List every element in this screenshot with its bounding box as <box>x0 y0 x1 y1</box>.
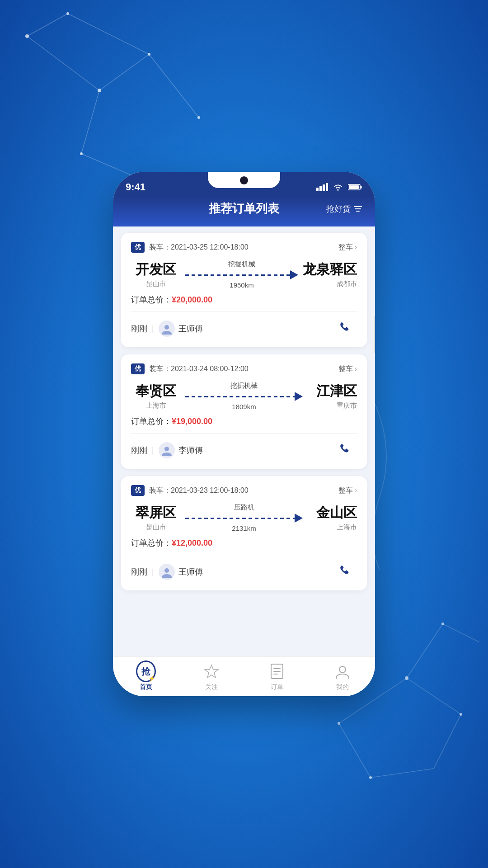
order-card-2[interactable]: 优 装车：2021-03-24 08:00-12:00 整车 › 奉贤区 上海市… <box>121 354 367 469</box>
route-arrow <box>185 392 303 401</box>
card-type: 整车 › <box>338 243 357 252</box>
nav-item-home[interactable]: 抢 ⚡ 首页 <box>113 661 178 691</box>
order-card-3[interactable]: 优 装车：2021-03-23 12:00-18:00 整车 › 翠屏区 昆山市… <box>121 476 367 590</box>
route-destination: 龙泉驿区 成都市 <box>303 260 357 288</box>
svg-line-6 <box>149 54 199 118</box>
card-header-left: 优 装车：2021-03-24 08:00-12:00 <box>131 363 249 374</box>
header-action-button[interactable]: 抢好货 <box>326 203 362 214</box>
card-header: 优 装车：2021-03-25 12:00-18:00 整车 › <box>131 242 357 253</box>
svg-point-9 <box>66 12 69 15</box>
svg-point-23 <box>441 623 444 625</box>
card-type-label: 整车 <box>338 486 353 495</box>
follow-icon <box>203 663 220 679</box>
from-sub: 上海市 <box>131 401 181 410</box>
driver-name: 王师傅 <box>159 321 203 337</box>
order-list[interactable]: 优 装车：2021-03-25 12:00-18:00 整车 › 开发区 昆山市… <box>113 226 375 657</box>
svg-point-37 <box>164 447 169 451</box>
driver-left: 刚刚 | 王师傅 <box>131 321 203 337</box>
svg-point-8 <box>25 34 29 38</box>
route-origin: 奉贤区 上海市 <box>131 382 181 410</box>
card-header-left: 优 装车：2021-03-23 12:00-18:00 <box>131 485 249 496</box>
from-sub: 昆山市 <box>131 523 181 532</box>
route-arrow <box>185 514 303 523</box>
card-header-left: 优 装车：2021-03-25 12:00-18:00 <box>131 242 249 253</box>
card-type-label: 整车 <box>338 364 353 374</box>
arrow-line <box>185 396 295 397</box>
route-distance: 1950km <box>230 281 253 289</box>
driver-name-text: 王师傅 <box>178 323 203 334</box>
driver-name: 李师傅 <box>159 442 203 458</box>
driver-avatar <box>159 442 175 458</box>
svg-line-20 <box>434 714 461 769</box>
mine-icon <box>334 663 351 679</box>
svg-rect-28 <box>323 184 325 191</box>
svg-point-11 <box>148 53 150 56</box>
phone-icon <box>339 321 354 336</box>
from-city: 奉贤区 <box>131 382 181 401</box>
svg-line-16 <box>407 624 443 678</box>
to-city: 龙泉驿区 <box>303 260 357 279</box>
route-origin: 翠屏区 昆山市 <box>131 504 181 532</box>
chevron-right-icon: › <box>355 243 357 251</box>
status-time: 9:41 <box>126 181 145 193</box>
card-type: 整车 › <box>338 486 357 495</box>
filter-icon <box>353 205 362 213</box>
badge-you: 优 <box>131 242 145 253</box>
badge-you: 优 <box>131 485 145 496</box>
svg-rect-31 <box>361 186 362 189</box>
chevron-right-icon: › <box>355 486 357 495</box>
to-sub: 成都市 <box>303 280 357 288</box>
svg-rect-32 <box>349 185 359 189</box>
home-circle: 抢 ⚡ <box>136 660 156 682</box>
divider: | <box>152 567 154 577</box>
divider: | <box>152 446 154 455</box>
svg-rect-26 <box>316 188 319 191</box>
svg-line-3 <box>68 14 149 54</box>
nav-label-mine: 我的 <box>336 683 349 691</box>
phone-button[interactable] <box>336 440 357 461</box>
to-sub: 上海市 <box>307 523 357 532</box>
card-date: 装车：2021-03-23 12:00-18:00 <box>149 486 249 495</box>
svg-line-19 <box>371 769 434 778</box>
nav-label-orders: 订单 <box>271 683 283 691</box>
svg-point-22 <box>405 676 408 680</box>
svg-rect-27 <box>319 186 322 191</box>
driver-row: 刚刚 | 李师傅 <box>131 433 357 461</box>
phone-button[interactable] <box>336 318 357 339</box>
price-value: ¥20,000.00 <box>172 295 212 304</box>
price-label: 订单总价： <box>131 538 172 547</box>
svg-point-38 <box>164 568 169 573</box>
arrow-line <box>185 274 290 276</box>
to-sub: 重庆市 <box>307 401 357 410</box>
page-title: 推荐订单列表 <box>162 201 326 217</box>
svg-point-43 <box>339 666 346 673</box>
driver-avatar <box>159 321 175 337</box>
route-row: 奉贤区 上海市 挖掘机械 1809km 江津区 重庆市 <box>131 382 357 410</box>
svg-point-25 <box>369 776 372 779</box>
card-date: 装车：2021-03-25 12:00-18:00 <box>149 243 249 252</box>
driver-name-text: 李师傅 <box>178 445 203 456</box>
to-city: 金山区 <box>307 504 357 522</box>
nav-item-follow[interactable]: 关注 <box>178 661 244 691</box>
card-date: 装车：2021-03-24 08:00-12:00 <box>149 364 249 374</box>
route-distance: 1809km <box>232 403 256 410</box>
arrow-line <box>185 518 295 519</box>
avatar-icon <box>161 323 173 335</box>
orders-icon-wrap <box>267 661 287 681</box>
order-card-1[interactable]: 优 装车：2021-03-25 12:00-18:00 整车 › 开发区 昆山市… <box>121 233 367 347</box>
route-arrow <box>185 270 298 279</box>
header-action-label: 抢好货 <box>326 203 351 214</box>
nav-item-mine[interactable]: 我的 <box>310 661 375 691</box>
driver-name-text: 王师傅 <box>178 566 203 577</box>
phone-frame: 9:41 推荐订单列表 <box>113 172 375 696</box>
phone-icon <box>339 443 354 458</box>
svg-line-15 <box>407 678 461 714</box>
svg-line-17 <box>443 624 479 642</box>
time-ago: 刚刚 <box>131 445 147 456</box>
from-city: 翠屏区 <box>131 504 181 522</box>
svg-line-5 <box>81 90 99 154</box>
card-type: 整车 › <box>338 364 357 374</box>
phone-button[interactable] <box>336 561 357 582</box>
driver-left: 刚刚 | 李师傅 <box>131 442 203 458</box>
nav-item-orders[interactable]: 订单 <box>244 661 310 691</box>
